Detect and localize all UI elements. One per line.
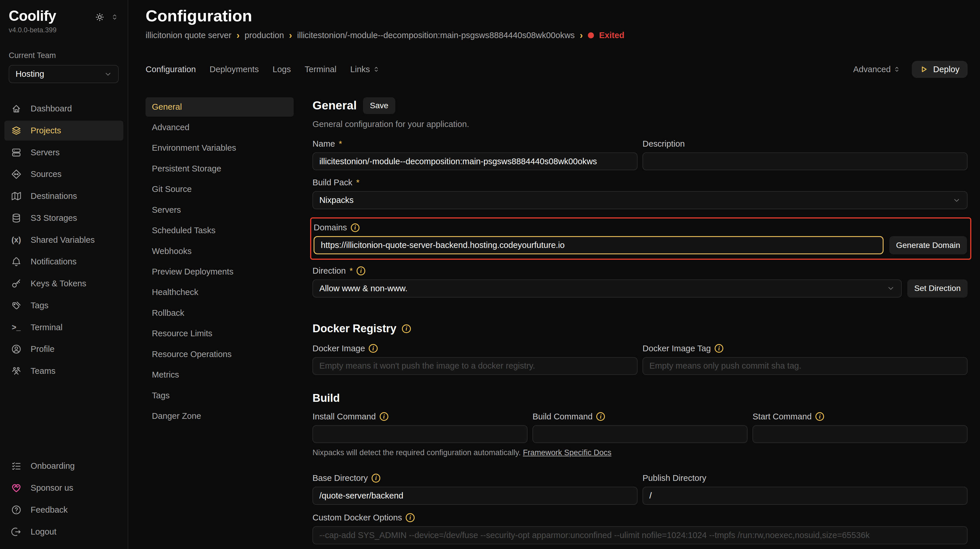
direction-label: Direction	[312, 266, 346, 276]
sidebar-item-sponsor-us[interactable]: Sponsor us	[4, 478, 123, 498]
sidebar-item-terminal[interactable]: >_ Terminal	[4, 317, 123, 338]
tabs-bar: Configuration Deployments Logs Terminal …	[146, 61, 967, 78]
nixpacks-note: Nixpacks will detect the required config…	[312, 448, 967, 457]
sidebar-item-tags[interactable]: Tags	[4, 295, 123, 316]
info-icon[interactable]: i	[402, 324, 410, 333]
sidebar-item-feedback[interactable]: Feedback	[4, 500, 123, 520]
breadcrumb-environment[interactable]: production	[245, 30, 284, 40]
sidebar-item-logout[interactable]: Logout	[4, 522, 123, 542]
breadcrumb-project[interactable]: illicitonion quote server	[146, 30, 231, 40]
info-icon[interactable]: i	[406, 513, 414, 522]
docker-image-tag-input[interactable]	[643, 357, 967, 375]
team-select[interactable]: Hosting	[9, 65, 119, 83]
publish-directory-input[interactable]	[643, 487, 967, 505]
section-heading-build: Build	[312, 392, 340, 405]
subnav-item-healthcheck[interactable]: Healthcheck	[146, 282, 294, 302]
advanced-dropdown[interactable]: Advanced	[853, 65, 901, 74]
general-form: General Save General configuration for y…	[312, 97, 967, 549]
sidebar-item-dashboard[interactable]: Dashboard	[4, 99, 123, 119]
status-badge: Exited	[599, 30, 625, 40]
sidebar-item-notifications[interactable]: Notifications	[4, 252, 123, 271]
domains-label: Domains	[313, 223, 347, 232]
subnav-item-resource-operations[interactable]: Resource Operations	[146, 344, 294, 364]
sidebar-item-projects[interactable]: Projects	[4, 121, 123, 141]
sidebar-item-teams[interactable]: Teams	[4, 361, 123, 381]
base-directory-input[interactable]	[312, 487, 638, 505]
tab-deployments[interactable]: Deployments	[210, 65, 259, 74]
chevron-down-icon	[104, 70, 112, 78]
description-input[interactable]	[643, 152, 967, 171]
custom-docker-options-input[interactable]	[312, 526, 967, 544]
subnav-item-metrics[interactable]: Metrics	[146, 365, 294, 384]
subnav-item-resource-limits[interactable]: Resource Limits	[146, 324, 294, 343]
tab-links[interactable]: Links	[350, 65, 380, 74]
sidebar-item-label: Feedback	[30, 505, 68, 515]
subnav-item-persistent-storage[interactable]: Persistent Storage	[146, 159, 294, 178]
info-icon[interactable]: i	[380, 412, 388, 421]
variables-icon: (x)	[10, 236, 22, 244]
domains-input[interactable]	[313, 236, 883, 254]
home-icon	[10, 103, 22, 114]
sidebar-item-onboarding[interactable]: Onboarding	[4, 456, 123, 476]
config-subnav: General Advanced Environment Variables P…	[146, 97, 294, 549]
info-icon[interactable]: i	[356, 267, 365, 275]
docker-image-tag-label: Docker Image Tag	[643, 344, 711, 353]
tab-configuration[interactable]: Configuration	[146, 65, 196, 74]
subnav-item-rollback[interactable]: Rollback	[146, 303, 294, 323]
chevron-right-icon: ›	[580, 30, 583, 40]
chevron-down-icon	[887, 284, 895, 292]
subnav-item-git-source[interactable]: Git Source	[146, 179, 294, 199]
subnav-item-environment-variables[interactable]: Environment Variables	[146, 138, 294, 158]
info-icon[interactable]: i	[372, 474, 380, 482]
set-direction-button[interactable]: Set Direction	[907, 279, 967, 298]
start-command-input[interactable]	[752, 425, 967, 443]
framework-docs-link[interactable]: Framework Specific Docs	[523, 448, 612, 457]
docker-image-input[interactable]	[312, 357, 638, 375]
subnav-item-tags[interactable]: Tags	[146, 386, 294, 405]
sidebar-item-profile[interactable]: Profile	[4, 339, 123, 359]
direction-select[interactable]: Allow www & non-www.	[312, 279, 902, 298]
install-command-input[interactable]	[312, 425, 528, 443]
tab-terminal[interactable]: Terminal	[305, 65, 336, 74]
info-icon[interactable]: i	[351, 224, 360, 232]
docker-image-label: Docker Image	[312, 344, 365, 353]
subnav-item-advanced[interactable]: Advanced	[146, 118, 294, 137]
sidebar-item-keys-tokens[interactable]: Keys & Tokens	[4, 274, 123, 294]
sidebar-item-label: Onboarding	[30, 461, 75, 471]
theme-sun-icon[interactable]	[94, 12, 105, 22]
subnav-item-general[interactable]: General	[146, 97, 294, 117]
subnav-item-danger-zone[interactable]: Danger Zone	[146, 406, 294, 426]
help-circle-icon	[10, 504, 22, 516]
sidebar-item-label: Servers	[30, 148, 60, 157]
sidebar-item-sources[interactable]: Sources	[4, 164, 123, 184]
breadcrumb-application[interactable]: illicitestonion/-module--decomposition:m…	[297, 30, 574, 40]
info-icon[interactable]: i	[596, 412, 605, 421]
subnav-item-servers[interactable]: Servers	[146, 200, 294, 220]
start-command-label: Start Command	[752, 412, 812, 421]
selector-icon	[893, 65, 900, 73]
tab-logs[interactable]: Logs	[272, 65, 291, 74]
generate-domain-button[interactable]: Generate Domain	[889, 236, 967, 254]
sidebar-item-label: S3 Storages	[30, 213, 77, 223]
subnav-item-preview-deployments[interactable]: Preview Deployments	[146, 262, 294, 281]
sidebar-item-servers[interactable]: Servers	[4, 143, 123, 162]
info-icon[interactable]: i	[369, 344, 377, 353]
sidebar-item-destinations[interactable]: Destinations	[4, 186, 123, 206]
save-button[interactable]: Save	[363, 97, 395, 114]
deploy-button[interactable]: Deploy	[912, 61, 967, 78]
info-icon[interactable]: i	[714, 344, 723, 353]
sidebar-item-label: Sources	[30, 170, 62, 179]
name-input[interactable]	[312, 152, 638, 171]
build-command-input[interactable]	[533, 425, 748, 443]
subnav-item-webhooks[interactable]: Webhooks	[146, 241, 294, 261]
theme-selector-icon[interactable]	[111, 13, 119, 21]
subnav-item-scheduled-tasks[interactable]: Scheduled Tasks	[146, 221, 294, 240]
build-pack-select[interactable]: Nixpacks	[312, 191, 967, 209]
info-icon[interactable]: i	[815, 412, 824, 421]
deploy-label: Deploy	[933, 65, 959, 74]
bell-icon	[10, 256, 22, 267]
publish-directory-label: Publish Directory	[643, 473, 706, 483]
sidebar-item-s3-storages[interactable]: S3 Storages	[4, 208, 123, 228]
sidebar-item-shared-variables[interactable]: (x) Shared Variables	[4, 230, 123, 250]
breadcrumb: illicitonion quote server › production ›…	[146, 30, 967, 40]
